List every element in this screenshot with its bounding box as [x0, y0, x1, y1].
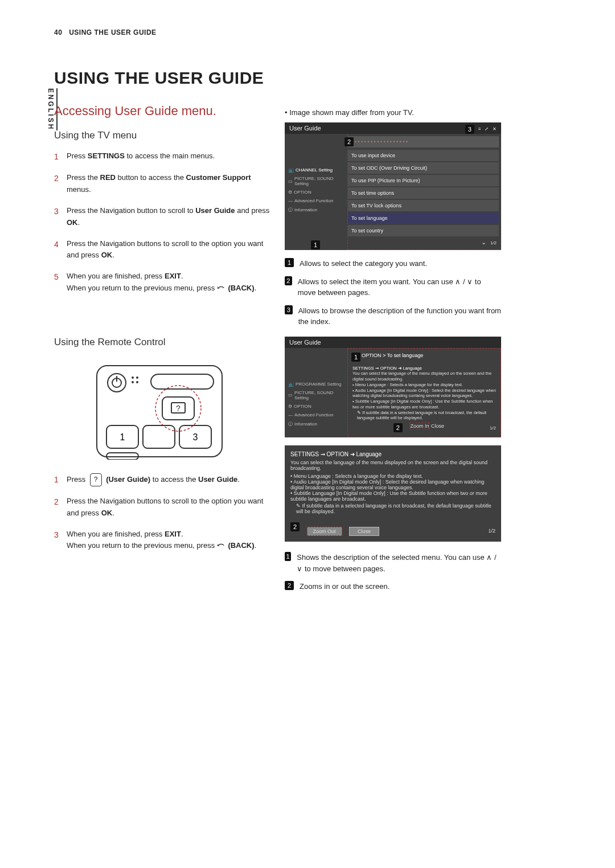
sidebar-item: ⓘInformation — [287, 205, 345, 215]
section-title: USING THE USER GUIDE — [69, 28, 156, 36]
svg-rect-8 — [151, 374, 214, 389]
sidebar-item: ⓘInformation — [287, 419, 345, 429]
screenshot-user-guide-detail: User Guide 📺PROGRAMME Setting ▭PICTURE, … — [285, 337, 501, 438]
subsection-tv-menu: Using the TV menu — [54, 130, 276, 141]
svg-point-6 — [132, 381, 134, 383]
sidebar-item: —Advanced Function — [287, 196, 345, 205]
list-item: To set TV lock options — [348, 200, 499, 211]
tv-menu-steps: 1Press SETTINGS to access the main menus… — [54, 150, 276, 294]
list-item: To use PIP (Picture In Picture) — [348, 175, 499, 186]
sidebar-item: ⚙OPTION — [287, 402, 345, 411]
svg-point-7 — [136, 381, 138, 383]
differ-note: • Image shown may differ from your TV. — [285, 108, 501, 117]
list-item: To set time options — [348, 187, 499, 199]
user-guide-icon: ? — [90, 473, 102, 486]
close-button[interactable]: Close — [431, 423, 444, 429]
sidebar-item: ▭PICTURE, SOUND Setting — [287, 388, 345, 402]
callout-2: 2Allows to select the item you want. You… — [285, 276, 501, 298]
sidebar-item: ⚙OPTION — [287, 188, 345, 196]
screenshot-zoomed-description: SETTINGS ➞ OPTION ➜ Language You can sel… — [285, 445, 501, 542]
close-button[interactable]: Close — [349, 527, 379, 536]
sidebar-item: ▭PICTURE, SOUND Setting — [287, 174, 345, 188]
svg-text:3: 3 — [193, 432, 198, 442]
list-item: To set country — [348, 225, 499, 236]
list-item: To set language — [348, 212, 499, 224]
callout-3: 3Allows to browse the description of the… — [285, 305, 501, 327]
page-title: USING THE USER GUIDE — [54, 68, 276, 88]
list-item: To use input device — [348, 150, 499, 161]
sidebar-item: —Advanced Function — [287, 411, 345, 419]
remote-illustration: ? 1 3 — [94, 363, 225, 460]
remote-steps: 1Press ? (User Guide) to access the User… — [54, 473, 276, 552]
svg-point-4 — [132, 376, 134, 379]
back-icon — [217, 282, 226, 289]
zoom-out-button[interactable]: Zoom Out — [307, 527, 342, 536]
svg-text:1: 1 — [120, 432, 125, 442]
zoom-in-button[interactable]: Zoom In — [409, 423, 429, 429]
list-item: To set ODC (Over Driving Circuit) — [348, 162, 499, 174]
svg-rect-0 — [97, 366, 222, 457]
sidebar-item: 📺CHANNEL Setting — [287, 166, 345, 174]
screenshot-user-guide-list: User Guide 3 ≡ ⤢ ✕ 📺CHANNEL Setting ▭PIC… — [285, 122, 501, 250]
shot1-title: User Guide — [289, 125, 321, 132]
svg-point-5 — [136, 376, 138, 379]
sidebar-item: 📺PROGRAMME Setting — [287, 380, 345, 388]
back-icon — [217, 540, 226, 547]
page-number: 40 — [54, 28, 62, 36]
callout-desc-1: 1Shows the description of the selected m… — [285, 552, 501, 574]
subsection-remote: Using the Remote Control — [54, 337, 276, 348]
callout-1: 1Allows to select the category you want. — [285, 258, 501, 269]
callout-desc-2: 2Zooms in or out the screen. — [285, 581, 501, 592]
section-heading: Accessing User Guide menu. — [54, 104, 276, 118]
svg-rect-15 — [143, 425, 175, 448]
svg-text:?: ? — [176, 404, 181, 413]
running-header: 40 USING THE USER GUIDE — [54, 28, 157, 36]
